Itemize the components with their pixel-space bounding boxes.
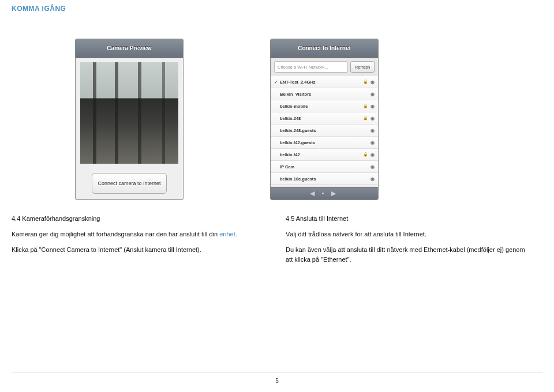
- footer-rule: [12, 372, 542, 372]
- camera-preview-title: Camera Preview: [76, 39, 183, 58]
- lock-icon: 🔒: [363, 116, 368, 120]
- refresh-button[interactable]: Refresh: [350, 61, 375, 73]
- wifi-signal-icon: ◉: [370, 104, 375, 109]
- wifi-item[interactable]: belkin.f42.guests◉: [271, 137, 378, 149]
- wifi-ssid: belkin.18c.guests: [280, 176, 368, 182]
- wifi-ssid: ENT-Test_2.4GHz: [280, 80, 363, 85]
- wifi-signal-icon: ◉: [370, 92, 375, 97]
- wifi-ssid: belkin.248: [280, 116, 363, 121]
- connect-internet-figure: Connect to Internet Choose a Wi-Fi Netwo…: [270, 39, 379, 200]
- paragraph: Klicka på "Connect Camera to Internet" (…: [12, 245, 257, 255]
- section-heading-4-5: 4.5 Ansluta till Internet: [286, 214, 531, 224]
- wifi-item[interactable]: belkin.18c.guests◉: [271, 173, 378, 185]
- camera-preview-image: [80, 62, 178, 164]
- check-icon: ✓: [274, 80, 280, 85]
- section-heading-4-4: 4.4 Kameraförhandsgranskning: [12, 214, 257, 224]
- wifi-item[interactable]: ✓ENT-Test_2.4GHz🔒◉: [271, 76, 378, 88]
- wifi-list: ✓ENT-Test_2.4GHz🔒◉Belkin_Visitors◉belkin…: [271, 76, 378, 187]
- wifi-search-row: Choose a Wi-Fi Network... Refresh: [271, 58, 378, 76]
- camera-preview-figure: Camera Preview Connect camera to Interne…: [75, 39, 184, 200]
- lock-icon: 🔒: [363, 152, 368, 157]
- text-columns: 4.4 Kameraförhandsgranskning Kameran ger…: [0, 200, 554, 270]
- phone-tabbar: ◀ • ▶: [271, 187, 378, 199]
- wifi-item[interactable]: belkin.f42🔒◉: [271, 149, 378, 161]
- wifi-item[interactable]: belkin.248🔒◉: [271, 112, 378, 125]
- right-column: 4.5 Ansluta till Internet Välj ditt tråd…: [286, 214, 531, 270]
- wifi-item[interactable]: belkin-mobile🔒◉: [271, 100, 378, 112]
- page-header: KOMMA IGÅNG: [0, 0, 554, 13]
- wifi-ssid: belkin.248.guests: [280, 128, 368, 133]
- wifi-ssid: belkin.f42.guests: [280, 140, 368, 145]
- pager-dots-icon: ◀ • ▶: [310, 190, 339, 197]
- paragraph: Välj ditt trådlösa nätverk för att anslu…: [286, 229, 531, 239]
- left-column: 4.4 Kameraförhandsgranskning Kameran ger…: [12, 214, 257, 270]
- wifi-signal-icon: ◉: [370, 140, 375, 145]
- wifi-signal-icon: ◉: [370, 128, 375, 133]
- wifi-signal-icon: ◉: [370, 176, 375, 182]
- wifi-network-select[interactable]: Choose a Wi-Fi Network...: [274, 61, 348, 73]
- lock-icon: 🔒: [363, 104, 368, 108]
- wifi-signal-icon: ◉: [370, 116, 375, 121]
- wifi-item[interactable]: Belkin_Visitors◉: [271, 88, 378, 100]
- wifi-ssid: belkin-mobile: [280, 104, 363, 109]
- connect-camera-button[interactable]: Connect camera to Internet: [92, 173, 167, 194]
- wifi-signal-icon: ◉: [370, 80, 375, 85]
- wifi-ssid: belkin.f42: [280, 152, 363, 157]
- wifi-ssid: IP Cam: [280, 164, 368, 169]
- paragraph: Du kan även välja att ansluta till ditt …: [286, 245, 531, 265]
- page-number: 5: [275, 378, 279, 384]
- paragraph: Kameran ger dig möjlighet att förhandsgr…: [12, 229, 257, 239]
- wifi-signal-icon: ◉: [370, 164, 375, 169]
- lock-icon: 🔒: [363, 80, 368, 84]
- figures-row: Camera Preview Connect camera to Interne…: [0, 13, 554, 200]
- wifi-ssid: Belkin_Visitors: [280, 92, 368, 97]
- wifi-item[interactable]: belkin.248.guests◉: [271, 125, 378, 137]
- connect-internet-title: Connect to Internet: [271, 39, 378, 58]
- wifi-signal-icon: ◉: [370, 152, 375, 157]
- wifi-item[interactable]: IP Cam◉: [271, 161, 378, 173]
